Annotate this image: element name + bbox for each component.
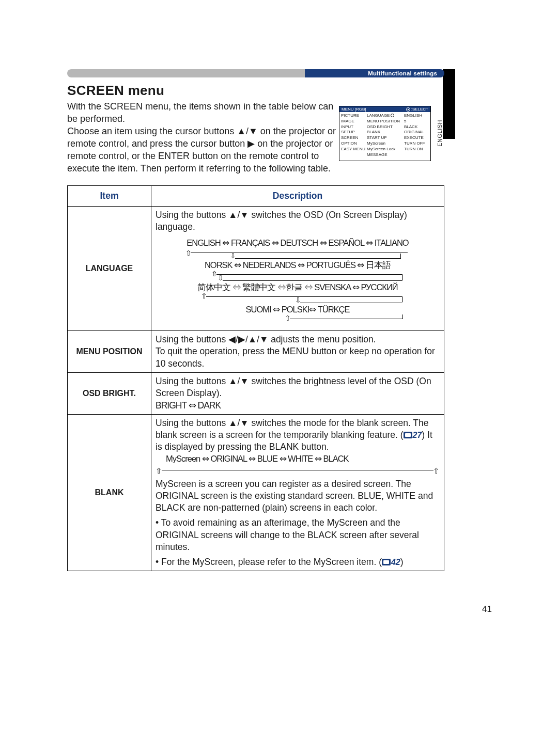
osd-item: TURN OFF (404, 141, 427, 147)
blank-flow-connector: ⇧⇧ (156, 466, 440, 475)
all-arrows-icon: ◀/▶/▲/▼ (228, 334, 268, 344)
item-language: LANGUAGE (68, 206, 151, 330)
osd-title-right: :SELECT (406, 107, 428, 112)
osd-item: TURN ON (404, 147, 427, 152)
ob-d1a: Using the buttons (156, 376, 228, 386)
osd-col-2: LANGUAGE MENU POSITION OSD BRIGHT BLANK … (365, 113, 402, 158)
flow-connector: ⇧ ⇩ (187, 294, 409, 304)
bl-p4: • For the MyScreen, please refer to the … (156, 556, 440, 568)
up-down-arrows-icon: ▲/▼ (228, 210, 249, 220)
th-item: Item (68, 185, 151, 206)
osd-item: MENU POSITION (367, 119, 401, 124)
osd-item: SCREEN (341, 135, 364, 141)
section-header-bar: Multifunctional settings (67, 69, 444, 77)
osd-item: ORIGINAL (404, 130, 427, 135)
ob-d2: BRIGHT ⇔ DARK (156, 400, 221, 411)
side-black-tab (443, 69, 455, 139)
language-flow-diagram: ENGLISH ⇔ FRANÇAIS ⇔ DEUTSCH ⇔ ESPAÑOL ⇔… (187, 237, 409, 326)
osd-item: BLANK (367, 130, 401, 135)
osd-item: OSD BRIGHT (367, 124, 401, 130)
intro-text: With the SCREEN menu, the items shown in… (67, 101, 336, 175)
osd-item: LANGUAGE (367, 113, 401, 119)
osd-item: 5 (404, 119, 427, 124)
row-language: LANGUAGE Using the buttons ▲/▼ switches … (68, 206, 444, 330)
page-ref-27: 27 (413, 431, 422, 439)
screen-menu-table: Item Description LANGUAGE Using the butt… (67, 185, 444, 572)
item-osd-bright: OSD BRIGHT. (68, 372, 151, 414)
item-menu-position: MENU POSITION (68, 331, 151, 373)
osd-item: INPUT (341, 124, 364, 130)
lang-flow-r1: ENGLISH ⇔ FRANÇAIS ⇔ DEUTSCH ⇔ ESPAÑOL ⇔… (187, 237, 409, 249)
desc-menu-position: Using the buttons ◀/▶/▲/▼ adjusts the me… (151, 331, 444, 373)
osd-col-1: PICTURE IMAGE INPUT SETUP SCREEN OPTION … (339, 113, 365, 158)
bl-p2: MyScreen is a screen you can register as… (156, 478, 440, 514)
row-osd-bright: OSD BRIGHT. Using the buttons ▲/▼ switch… (68, 372, 444, 414)
osd-col-3: ENGLISH 5 BLACK ORIGINAL EXECUTE TURN OF… (402, 113, 428, 158)
page-number: 41 (482, 604, 492, 615)
lang-flow-r2: NORSK ⇔ NEDERLANDS ⇔ PORTUGUÊS ⇔ 日本語 (187, 259, 409, 272)
page-title: SCREEN menu (67, 83, 444, 99)
bl-p1a: Using the buttons (156, 418, 228, 428)
osd-item: MyScreen Lock (367, 147, 401, 152)
up-down-arrows-icon: ▲/▼ (228, 376, 249, 386)
select-indicator-icon (406, 107, 410, 112)
blank-flow-text: MyScreen ⇔ ORIGINAL ⇔ BLUE ⇔ WHITE ⇔ BLA… (156, 453, 440, 465)
mp-d2: To quit the operation, press the MENU bu… (156, 346, 435, 368)
row-blank: BLANK Using the buttons ▲/▼ switches the… (68, 414, 444, 571)
osd-menu-diagram: MENU [RGB] :SELECT PICTURE IMAGE INPUT S… (339, 106, 431, 161)
right-arrow-icon: ▶ (247, 138, 255, 149)
osd-item: EASY MENU (341, 147, 364, 152)
th-desc: Description (151, 185, 444, 206)
osd-item: OPTION (341, 141, 364, 147)
osd-title-bar: MENU [RGB] :SELECT (339, 106, 430, 112)
flow-connector: ⇧ ⇩ (187, 249, 409, 259)
osd-item: ENGLISH (404, 113, 427, 119)
desc-language: Using the buttons ▲/▼ switches the OSD (… (151, 206, 444, 330)
book-icon (404, 432, 412, 438)
intro-p2a: Choose an item using the cursor buttons (67, 126, 237, 136)
section-header-text: Multifunctional settings (368, 69, 437, 77)
item-blank: BLANK (68, 414, 151, 571)
globe-icon (391, 114, 394, 117)
bl-p4a: • For the MyScreen, please refer to the … (156, 557, 382, 567)
desc-blank: Using the buttons ▲/▼ switches the mode … (151, 414, 444, 571)
up-down-arrows-icon: ▲/▼ (228, 418, 249, 428)
book-icon (382, 559, 391, 565)
bl-p3: • To avoid remaining as an afterimage, t… (156, 517, 440, 553)
osd-item: SETUP (341, 130, 364, 135)
lang-d1a: Using the buttons (156, 210, 228, 220)
flow-connector: ⇧ (187, 316, 409, 326)
osd-item: MESSAGE (367, 152, 401, 158)
mp-d1b: adjusts the menu position. (268, 334, 376, 344)
bl-p4b: ) (400, 557, 404, 567)
intro-p1: With the SCREEN menu, the items shown in… (67, 101, 333, 124)
osd-select-label: :SELECT (411, 107, 428, 112)
mp-d1a: Using the buttons (156, 334, 228, 344)
osd-item: START UP (367, 135, 401, 141)
osd-item: MyScreen (367, 141, 401, 147)
lang-flow-r3: 简体中文 ⇔ 繁體中文 ⇔한글 ⇔ SVENSKA ⇔ РУССКИЙ (187, 281, 409, 294)
osd-item: PICTURE (341, 113, 364, 119)
osd-item-label: LANGUAGE (367, 113, 390, 118)
lang-flow-r4: SUOMI ⇔ POLSKI⇔ TÜRKÇE (187, 304, 409, 316)
osd-item: BLACK (404, 124, 427, 130)
desc-osd-bright: Using the buttons ▲/▼ switches the brigh… (151, 372, 444, 414)
osd-item: EXECUTE (404, 135, 427, 141)
page-ref-42: 42 (391, 558, 400, 566)
osd-item: IMAGE (341, 119, 364, 124)
up-down-arrows-icon: ▲/▼ (237, 126, 258, 136)
osd-title-left: MENU [RGB] (342, 107, 366, 112)
row-menu-position: MENU POSITION Using the buttons ◀/▶/▲/▼ … (68, 331, 444, 373)
flow-connector: ⇧ ⇩ (187, 272, 409, 281)
